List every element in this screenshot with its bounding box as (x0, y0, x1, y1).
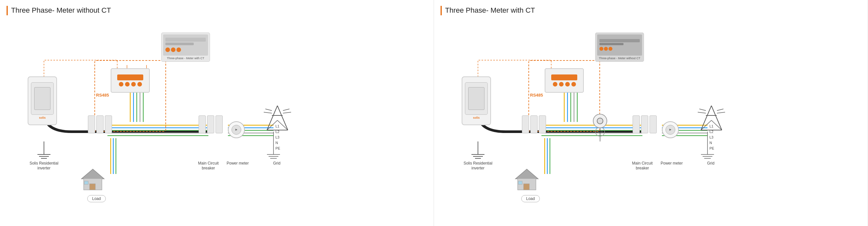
panel1-thumb-label: Three-phase - Meter with CT (163, 57, 208, 60)
panel1-l3: L3 (275, 135, 280, 140)
panel1-rs485: RS485 (96, 93, 109, 98)
svg-point-70 (598, 130, 602, 134)
panel2-main-breakers (632, 115, 657, 133)
panel2-load-label: Load (521, 195, 540, 202)
svg-line-34 (265, 109, 272, 111)
svg-line-79 (698, 112, 706, 113)
panel2-rs485: RS485 (530, 93, 543, 98)
panel1-load-label: Load (87, 195, 106, 202)
panel2-thumb-inner (597, 34, 642, 55)
panel1-line-labels: L1 L2 L3 N PE (275, 123, 280, 151)
panel1-title: Three Phase- Meter without CT (6, 6, 427, 15)
svg-point-69 (595, 127, 604, 136)
panel1-power-meter: ▶ (228, 121, 245, 138)
panel2-l1: L1 (709, 123, 714, 129)
panel1-grid-label: Grid (264, 161, 290, 166)
panel2-thumb-label: Three-phase - Meter without CT (597, 57, 642, 60)
svg-line-78 (717, 109, 723, 111)
panel2-inverter: solis (462, 76, 491, 125)
svg-marker-81 (516, 169, 538, 179)
panel-with-ct: Three Phase- Meter with CT (434, 0, 868, 226)
panel2-meter-thumb: Three-phase - Meter without CT (595, 33, 644, 62)
panel1-diagram: solis (6, 18, 427, 220)
svg-line-80 (717, 112, 725, 113)
panel2-grid-label: Grid (698, 161, 724, 166)
panel1-n: N (275, 140, 280, 146)
panel1-power-meter-label: Power meter (221, 161, 254, 166)
panel2-inverter-label: Solis Residential inverter (457, 161, 499, 171)
panel1-l1: L1 (275, 123, 280, 129)
svg-line-36 (264, 112, 272, 113)
panel1-thumb-inner (163, 34, 208, 55)
solis-logo: solis (39, 116, 46, 119)
panel1-meter-device (111, 68, 150, 93)
panel2-l2: L2 (709, 129, 714, 135)
svg-marker-38 (82, 169, 104, 179)
panel2-l3: L3 (709, 135, 714, 140)
panel2-pe: PE (709, 146, 714, 151)
panel1-l2: L2 (275, 129, 280, 135)
svg-rect-84 (518, 181, 522, 184)
panel1-breakers (88, 115, 112, 133)
panel2-diagram: solis (440, 18, 861, 220)
panel2-solis-logo: solis (473, 116, 480, 119)
panel2-power-meter-label: Power meter (655, 161, 688, 166)
panel2-title: Three Phase- Meter with CT (440, 6, 861, 15)
panel1-inverter-label: Solis Residential inverter (23, 161, 65, 171)
panel2-n: N (709, 140, 714, 146)
panel2-breakers (522, 115, 546, 133)
svg-rect-40 (90, 184, 95, 190)
svg-rect-83 (524, 184, 529, 190)
panel2-ct-device (593, 114, 607, 128)
panel2-line-labels: L1 L2 L3 N PE (709, 123, 714, 151)
panel2-meter-device (545, 68, 584, 93)
svg-line-77 (699, 109, 706, 111)
panel1-pe: PE (275, 146, 280, 151)
panel1-main-breakers (198, 115, 223, 133)
svg-rect-41 (84, 181, 88, 184)
panel1-meter-thumb: Three-phase - Meter with CT (161, 33, 210, 62)
svg-line-35 (283, 109, 289, 111)
inverter: solis (28, 76, 57, 125)
panel2-house (514, 167, 540, 192)
panel2-power-meter: ▶ (662, 121, 679, 138)
panel1-house (80, 167, 106, 192)
panel-no-ct: Three Phase- Meter without CT (0, 0, 434, 226)
svg-line-37 (283, 112, 291, 113)
